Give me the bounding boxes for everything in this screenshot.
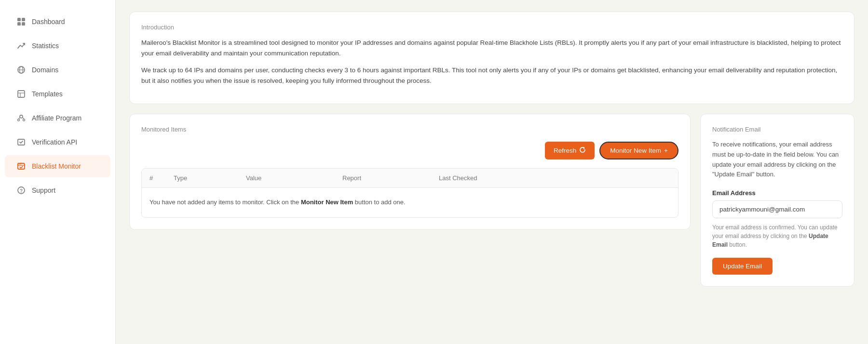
sidebar-item-verification-api[interactable]: Verification API <box>5 131 110 153</box>
email-confirmed-text: Your email address is confirmed. You can… <box>712 223 842 249</box>
sidebar-item-dashboard[interactable]: Dashboard <box>5 11 110 33</box>
monitored-items-card: Monitored Items Refresh Monitor New Item… <box>129 114 691 230</box>
sidebar-item-label-support: Support <box>32 186 55 194</box>
notification-email-title: Notification Email <box>712 126 842 133</box>
svg-point-19 <box>20 164 21 165</box>
sidebar-item-label-verification-api: Verification API <box>32 138 77 146</box>
monitor-new-plus-icon: + <box>664 147 668 154</box>
sidebar-item-statistics[interactable]: Statistics <box>5 35 110 57</box>
sidebar-item-label-domains: Domains <box>32 66 58 74</box>
statistics-icon <box>16 41 26 51</box>
sidebar-item-support[interactable]: ? Support <box>5 179 110 201</box>
sidebar: Dashboard Statistics Domains <box>0 0 116 344</box>
svg-point-10 <box>20 115 23 118</box>
sidebar-item-label-affiliate: Affiliate Program <box>32 114 81 122</box>
update-email-button[interactable]: Update Email <box>712 258 773 275</box>
svg-line-14 <box>23 118 24 119</box>
svg-rect-0 <box>17 18 21 21</box>
monitored-buttons-row: Refresh Monitor New Item + <box>141 142 678 159</box>
intro-paragraph-2: We track up to 64 IPs and domains per us… <box>141 65 842 87</box>
monitor-new-item-button[interactable]: Monitor New Item + <box>599 142 678 159</box>
col-type: Type <box>174 174 246 182</box>
svg-point-18 <box>19 164 20 165</box>
refresh-label: Refresh <box>554 147 576 154</box>
table-empty-row: You have not added any items to monitor.… <box>142 188 678 217</box>
svg-point-11 <box>18 119 20 121</box>
col-hash: # <box>149 174 174 182</box>
monitored-items-table: # Type Value Report Last Checked You hav… <box>141 168 678 218</box>
refresh-button[interactable]: Refresh <box>545 142 595 159</box>
sidebar-item-affiliate-program[interactable]: Affiliate Program <box>5 107 110 129</box>
empty-link-text: Monitor New Item <box>301 198 353 206</box>
monitor-new-label: Monitor New Item <box>610 147 661 154</box>
support-icon: ? <box>16 185 26 195</box>
svg-rect-16 <box>18 163 25 169</box>
svg-rect-7 <box>18 91 25 97</box>
intro-paragraph-1: Maileroo's Blacklist Monitor is a stream… <box>141 38 842 59</box>
blacklist-monitor-icon <box>16 161 26 171</box>
sidebar-item-blacklist-monitor[interactable]: Blacklist Monitor <box>5 155 110 177</box>
col-value: Value <box>246 174 342 182</box>
monitored-items-title: Monitored Items <box>141 126 678 133</box>
update-email-label: Update Email <box>723 263 762 270</box>
affiliate-icon <box>16 113 26 123</box>
empty-prefix: You have not added any items to monitor.… <box>149 198 301 206</box>
col-last-checked: Last Checked <box>439 174 670 182</box>
empty-suffix: button to add one. <box>353 198 405 206</box>
refresh-icon <box>579 146 586 155</box>
notification-email-card: Notification Email To receive notificati… <box>700 114 854 287</box>
sidebar-item-templates[interactable]: Templates <box>5 83 110 105</box>
sidebar-item-label-dashboard: Dashboard <box>32 18 65 26</box>
main-content: Introduction Maileroo's Blacklist Monito… <box>116 0 868 344</box>
col-report: Report <box>342 174 439 182</box>
monitored-layout: Monitored Items Refresh Monitor New Item… <box>129 114 854 287</box>
svg-rect-2 <box>17 22 21 26</box>
domains-icon <box>16 65 26 75</box>
introduction-card: Introduction Maileroo's Blacklist Monito… <box>129 12 854 104</box>
notification-description: To receive notifications, your email add… <box>712 140 842 180</box>
svg-text:?: ? <box>20 188 23 194</box>
intro-section-title: Introduction <box>141 24 842 31</box>
dashboard-icon <box>16 17 26 26</box>
sidebar-item-label-blacklist: Blacklist Monitor <box>32 162 81 170</box>
email-address-label: Email Address <box>712 189 842 197</box>
templates-icon <box>16 89 26 99</box>
verification-api-icon <box>16 137 26 147</box>
svg-line-13 <box>19 118 20 119</box>
email-address-input[interactable] <box>712 200 842 218</box>
sidebar-item-domains[interactable]: Domains <box>5 59 110 81</box>
svg-rect-3 <box>22 22 25 26</box>
sidebar-item-label-statistics: Statistics <box>32 42 59 50</box>
confirmed-suffix: button. <box>728 241 747 248</box>
svg-point-12 <box>23 119 25 121</box>
svg-rect-1 <box>22 18 25 21</box>
table-header: # Type Value Report Last Checked <box>142 169 678 188</box>
sidebar-item-label-templates: Templates <box>32 90 63 98</box>
